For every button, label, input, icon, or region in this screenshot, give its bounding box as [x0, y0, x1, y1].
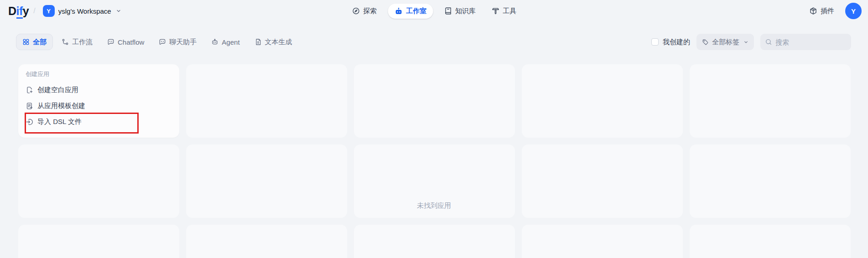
tab-chat-assistant[interactable]: 聊天助手: [153, 34, 203, 50]
main-nav: 探索 工作室 知识库 工具: [347, 0, 521, 22]
app-card-placeholder: [354, 64, 515, 138]
app-card-placeholder: [186, 64, 347, 138]
workspace-avatar: Y: [43, 5, 55, 17]
create-from-template-option[interactable]: 从应用模板创建: [26, 101, 172, 110]
search-input[interactable]: [760, 34, 851, 50]
nav-item-studio[interactable]: 工作室: [388, 4, 433, 19]
app-card-placeholder: [18, 225, 179, 258]
create-app-card: 创建应用 创建空白应用 从应用模板创建 导入 DSL 文件: [18, 64, 179, 138]
chat-bubble-icon: [159, 38, 166, 46]
tab-chatflow[interactable]: Chatflow: [101, 34, 150, 50]
nav-label: 知识库: [455, 7, 476, 15]
tag-filter-label: 全部标签: [712, 38, 739, 46]
workspace-switcher[interactable]: Y yslg's Workspace: [40, 3, 124, 19]
brand-area: Dify / Y yslg's Workspace: [8, 3, 124, 19]
book-icon: [444, 7, 452, 15]
header-right: 插件 Y: [805, 3, 862, 19]
chevron-down-icon: [743, 40, 748, 45]
chat-bubble-icon: [107, 38, 114, 46]
workflow-icon: [62, 38, 69, 46]
filter-right-controls: 我创建的 全部标签: [651, 34, 851, 50]
tab-label: 文本生成: [265, 38, 292, 46]
option-label: 创建空白应用: [37, 86, 78, 94]
created-by-me-filter[interactable]: 我创建的: [651, 38, 690, 46]
grid-icon: [22, 38, 30, 46]
created-by-me-label: 我创建的: [663, 38, 690, 46]
tag-icon: [702, 39, 709, 46]
file-template-plus-icon: [26, 102, 33, 110]
plugins-button[interactable]: 插件: [805, 4, 839, 19]
tab-text-generation[interactable]: 文本生成: [249, 34, 298, 50]
tab-workflow[interactable]: 工作流: [56, 34, 99, 50]
tab-agent[interactable]: Agent: [205, 34, 245, 50]
hammer-icon: [491, 7, 499, 15]
app-card-placeholder: [522, 225, 683, 258]
app-card-placeholder: [186, 225, 347, 258]
app-card-placeholder: [690, 64, 851, 138]
nav-item-explore[interactable]: 探索: [347, 4, 381, 19]
robot-icon: [394, 7, 403, 15]
tab-label: 聊天助手: [169, 38, 197, 46]
logo-y: y: [23, 5, 29, 17]
tab-label: 工作流: [72, 38, 93, 46]
option-label: 导入 DSL 文件: [37, 118, 82, 126]
app-card-placeholder: [690, 225, 851, 258]
app-type-tabs: 全部 工作流 Chatflow 聊天助手 Agent 文本生成: [16, 34, 298, 50]
tag-filter-dropdown[interactable]: 全部标签: [696, 34, 754, 50]
package-icon: [809, 7, 817, 15]
import-icon: [26, 118, 33, 126]
breadcrumb-separator: /: [33, 7, 35, 15]
compass-icon: [352, 7, 360, 15]
tab-label: Agent: [222, 38, 239, 46]
create-blank-app-option[interactable]: 创建空白应用: [26, 85, 172, 94]
empty-state-message: 未找到应用: [0, 201, 868, 210]
nav-label: 工作室: [406, 7, 426, 15]
import-dsl-option[interactable]: 导入 DSL 文件: [26, 117, 172, 126]
app-grid: 创建应用 创建空白应用 从应用模板创建 导入 DSL 文件: [18, 64, 851, 258]
file-plus-icon: [26, 86, 33, 94]
user-avatar[interactable]: Y: [845, 3, 862, 19]
search-box: [760, 34, 851, 50]
nav-label: 工具: [503, 7, 516, 15]
tab-label: 全部: [33, 38, 47, 46]
plugins-label: 插件: [821, 7, 834, 15]
agent-robot-icon: [211, 38, 218, 46]
dify-logo[interactable]: Dify: [8, 5, 29, 18]
logo-d: D: [8, 5, 16, 17]
nav-item-knowledge[interactable]: 知识库: [439, 4, 480, 19]
document-icon: [255, 38, 262, 46]
filter-bar: 全部 工作流 Chatflow 聊天助手 Agent 文本生成 我创建的: [0, 34, 868, 50]
top-header: Dify / Y yslg's Workspace 探索 工作室 知识库 工具 …: [0, 0, 868, 22]
option-label: 从应用模板创建: [37, 102, 85, 110]
tab-label: Chatflow: [118, 38, 144, 46]
nav-item-tools[interactable]: 工具: [487, 4, 521, 19]
app-card-placeholder: [522, 64, 683, 138]
app-card-placeholder: [354, 225, 515, 258]
workspace-name: yslg's Workspace: [58, 7, 111, 15]
nav-label: 探索: [363, 7, 377, 15]
tab-all[interactable]: 全部: [16, 34, 53, 50]
chevron-down-icon: [116, 8, 121, 14]
create-app-title: 创建应用: [26, 70, 172, 78]
logo-if: if: [16, 5, 23, 19]
created-by-me-checkbox[interactable]: [651, 38, 659, 46]
